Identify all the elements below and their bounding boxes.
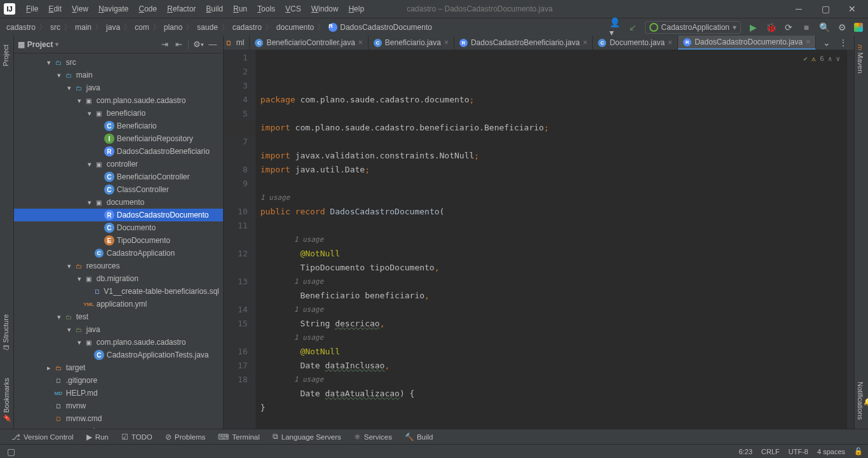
tree-item-CadastroApplicationTests-java[interactable]: CCadastroApplicationTests.java — [14, 349, 223, 361]
right-tab-notifications[interactable]: 🔔 Notifications — [855, 373, 868, 429]
tree-item-com-plano-saude-cadastro[interactable]: ▾▣com.plano.saude.cadastro — [14, 94, 223, 107]
menu-help[interactable]: Help — [344, 3, 369, 15]
menu-refactor[interactable]: Refactor — [163, 3, 200, 15]
maximize-button[interactable]: ▢ — [813, 1, 837, 17]
menu-window[interactable]: Window — [307, 3, 343, 15]
tree-item-documento[interactable]: ▾▣documento — [14, 196, 223, 209]
run-config-selector[interactable]: CadastroApplication ▾ — [645, 21, 741, 34]
editor-code[interactable]: ✔ ⚠ 6 ∧∨ package com.plano.saude.cadastr… — [255, 50, 846, 429]
menu-build[interactable]: Build — [201, 3, 227, 15]
tree-item-Beneficiario[interactable]: CBeneficiario — [14, 120, 223, 132]
menu-code[interactable]: Code — [134, 3, 161, 15]
bottom-tab-problems[interactable]: ⊘Problems — [159, 433, 212, 441]
tree-item-pom-xml[interactable]: 🗋pom.xml — [14, 425, 223, 429]
expand-all-icon[interactable]: ⇥ — [159, 38, 172, 51]
tree-item-test[interactable]: ▾🗀test — [14, 310, 223, 323]
tree-item-beneficiario[interactable]: ▾▣beneficiario — [14, 107, 223, 120]
tree-item-main[interactable]: ▾🗀main — [14, 69, 223, 81]
line-ending[interactable]: CRLF — [761, 448, 780, 455]
tree-item-db-migration[interactable]: ▾▣db.migration — [14, 272, 223, 285]
tree-item-CadastroApplication[interactable]: CCadastroApplication — [14, 247, 223, 260]
tree-item-V1__create-table-beneficiarios-sql[interactable]: 🗋V1__create-table-beneficiarios.sql — [14, 285, 223, 298]
git-update-icon[interactable]: ↙ — [627, 22, 639, 33]
menu-edit[interactable]: Edit — [44, 3, 66, 15]
tree-item-controller[interactable]: ▾▣controller — [14, 158, 223, 170]
menu-view[interactable]: View — [67, 3, 93, 15]
tab-more-icon[interactable]: ⋮ — [837, 37, 849, 48]
indent-setting[interactable]: 4 spaces — [817, 448, 845, 455]
tab-close-icon[interactable]: × — [583, 38, 587, 47]
breadcrumb-main[interactable]: main — [74, 23, 93, 32]
tree-item-java[interactable]: ▾🗀java — [14, 81, 223, 94]
menu-file[interactable]: File — [22, 3, 43, 15]
tree-item-BeneficiarioController[interactable]: CBeneficiarioController — [14, 170, 223, 183]
tree-item-com-plano-saude-cadastro[interactable]: ▾▣com.plano.saude.cadastro — [14, 336, 223, 349]
tab-ml[interactable]: 🗋ml — [224, 36, 250, 50]
tree-item-BeneficiarioRepository[interactable]: IBeneficiarioRepository — [14, 132, 223, 145]
left-tab-project[interactable]: Project — [0, 39, 11, 71]
breadcrumb-file[interactable]: RDadosCadastroDocumento — [327, 23, 433, 32]
toolbox-icon[interactable] — [854, 23, 863, 32]
tree-item-HELP-md[interactable]: MDHELP.md — [14, 387, 223, 399]
tab-close-icon[interactable]: × — [358, 38, 363, 47]
tree-item-TipoDocumento[interactable]: ETipoDocumento — [14, 234, 223, 247]
settings-icon[interactable]: ⚙ — [836, 22, 848, 33]
tree-item-ClassController[interactable]: CClassController — [14, 183, 223, 196]
close-button[interactable]: ✕ — [840, 1, 864, 17]
coverage-button[interactable]: ⟳ — [783, 22, 794, 33]
bottom-tab-build[interactable]: 🔨Build — [398, 433, 440, 441]
breadcrumb-cadastro[interactable]: cadastro — [5, 23, 37, 32]
debug-button[interactable]: 🐞 — [765, 22, 776, 33]
collapse-all-icon[interactable]: ⇤ — [173, 38, 186, 51]
menu-vcs[interactable]: VCS — [281, 3, 306, 15]
menu-tools[interactable]: Tools — [253, 3, 280, 15]
right-tab-maven[interactable]: m Maven — [855, 39, 866, 78]
project-tool-title[interactable]: ▦ Project ▾ — [18, 40, 158, 49]
inspection-widget[interactable]: ✔ ⚠ 6 ∧∨ — [803, 52, 840, 66]
search-everywhere-icon[interactable]: 🔍 — [818, 22, 830, 33]
tab-dropdown-icon[interactable]: ⌄ — [821, 37, 832, 48]
menu-run[interactable]: Run — [229, 3, 252, 15]
tree-item-resources[interactable]: ▾🗀resources — [14, 260, 223, 272]
run-button[interactable]: ▶ — [747, 22, 759, 33]
caret-position[interactable]: 6:23 — [739, 448, 752, 455]
git-user-icon[interactable]: 👤▾ — [609, 22, 621, 33]
file-encoding[interactable]: UTF-8 — [789, 448, 808, 455]
tree-item-target[interactable]: ▸🗀target — [14, 361, 223, 374]
left-tab-bookmarks[interactable]: 🔖 Bookmarks — [0, 373, 12, 428]
breadcrumb-src[interactable]: src — [49, 23, 62, 32]
breadcrumb-plano[interactable]: plano — [163, 23, 184, 32]
tab-Beneficiario-java[interactable]: CBeneficiario.java× — [369, 36, 454, 50]
breadcrumb-cadastro[interactable]: cadastro — [231, 23, 263, 32]
tree-item-mvnw-cmd[interactable]: 🗋mvnw.cmd — [14, 412, 223, 425]
statusbar-tool-icon[interactable]: ▢ — [5, 446, 17, 457]
project-settings-icon[interactable]: ⚙ ▾ — [193, 38, 205, 51]
tab-DadosCadastroDocumento-java[interactable]: RDadosCadastroDocumento.java× — [678, 36, 816, 50]
tab-close-icon[interactable]: × — [806, 38, 810, 46]
stop-button[interactable]: ■ — [801, 22, 812, 33]
tab-close-icon[interactable]: × — [444, 38, 449, 47]
tab-close-icon[interactable]: × — [668, 38, 672, 47]
breadcrumb-saude[interactable]: saude — [196, 23, 219, 32]
breadcrumb-java[interactable]: java — [105, 23, 121, 32]
breadcrumb-com[interactable]: com — [133, 23, 151, 32]
menu-navigate[interactable]: Navigate — [94, 3, 133, 15]
tree-item--gitignore[interactable]: 🗋.gitignore — [14, 374, 223, 387]
bottom-tab-version-control[interactable]: ⎇Version Control — [5, 433, 80, 441]
bottom-tab-todo[interactable]: ☑TODO — [115, 433, 159, 441]
tree-item-application-yml[interactable]: YMLapplication.yml — [14, 298, 223, 310]
minimize-button[interactable]: ─ — [787, 1, 811, 17]
tree-item-java[interactable]: ▾🗀java — [14, 323, 223, 336]
tree-item-src[interactable]: ▾🗀src — [14, 56, 223, 69]
bottom-tab-terminal[interactable]: ⌨Terminal — [212, 433, 266, 441]
tab-Documento-java[interactable]: CDocumento.java× — [593, 36, 678, 50]
tree-item-DadosCadastroBeneficiario[interactable]: RDadosCadastroBeneficiario — [14, 145, 223, 158]
tab-BeneficiarioController-java[interactable]: CBeneficiarioController.java× — [250, 36, 368, 50]
tree-item-mvnw[interactable]: 🗋mvnw — [14, 399, 223, 412]
left-tab-structure[interactable]: 🗂 Structure — [0, 309, 11, 357]
tree-item-DadosCadastroDocumento[interactable]: RDadosCadastroDocumento — [14, 209, 223, 221]
bottom-tab-language-servers[interactable]: ⧉Language Servers — [266, 433, 348, 441]
breadcrumb-documento[interactable]: documento — [275, 23, 315, 32]
tab-DadosCadastroBeneficiario-java[interactable]: RDadosCadastroBeneficiario.java× — [454, 36, 593, 50]
tree-item-Documento[interactable]: CDocumento — [14, 221, 223, 234]
